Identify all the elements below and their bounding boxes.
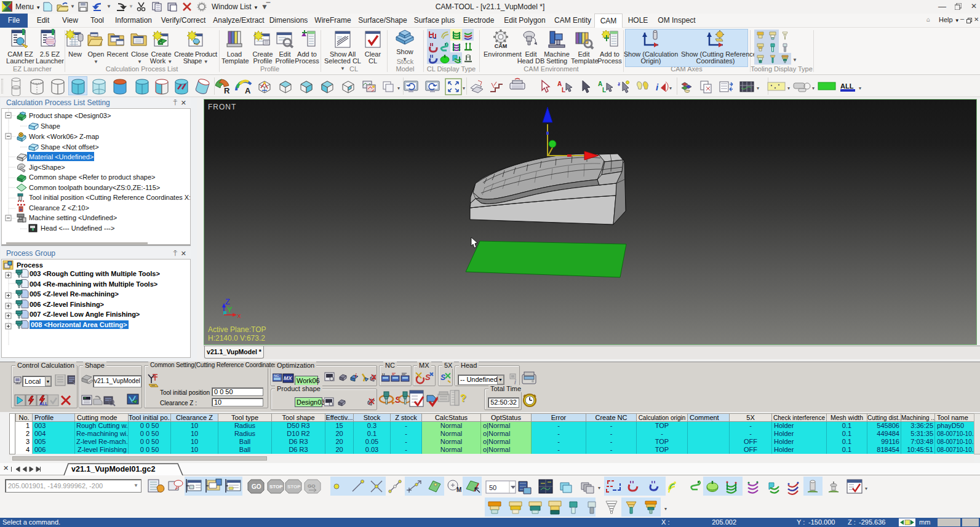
svg-text:▾: ▾	[463, 85, 465, 91]
svg-text:Common shape <Refer to product: Common shape <Refer to product shape>	[29, 173, 155, 181]
svg-text:Tool initial position <Cutting: Tool initial position <Cutting Reference…	[29, 194, 190, 201]
svg-text:▾: ▾	[865, 486, 867, 491]
svg-text:Product shape <Design03>: Product shape <Design03>	[29, 112, 111, 119]
svg-text:STOP: STOP	[269, 484, 283, 489]
svg-text:Y: Y	[227, 305, 233, 314]
svg-text:Head <--- Undefined --->: Head <--- Undefined --->	[41, 224, 114, 232]
svg-text:A: A	[245, 86, 251, 95]
svg-text:▾: ▾	[812, 85, 815, 91]
svg-text:L: L	[562, 87, 565, 93]
svg-text:GO: GO	[308, 483, 315, 489]
svg-text:ALL: ALL	[840, 82, 854, 90]
svg-text:Shape <Not offset>: Shape <Not offset>	[41, 143, 99, 151]
svg-text:S: S	[440, 373, 445, 382]
svg-text:Clearance Z <Z:10>: Clearance Z <Z:10>	[29, 204, 89, 212]
svg-text:ALL: ALL	[39, 402, 48, 406]
svg-text:Jig<Shape>: Jig<Shape>	[29, 164, 65, 171]
svg-text:NC: NC	[274, 374, 279, 378]
svg-text:▾: ▾	[669, 85, 672, 91]
svg-text:S: S	[425, 373, 431, 382]
svg-text:M: M	[456, 486, 461, 493]
svg-text:CAM: CAM	[495, 43, 508, 49]
svg-text:Work <Work06> Z-map: Work <Work06> Z-map	[29, 133, 99, 140]
svg-text:▾: ▾	[787, 85, 790, 91]
svg-text:MX: MX	[284, 375, 292, 381]
svg-text:Material <Undefined>: Material <Undefined>	[29, 153, 94, 160]
svg-text:▾: ▾	[397, 85, 400, 91]
svg-text:STOP: STOP	[287, 484, 301, 489]
svg-text:▾: ▾	[664, 506, 667, 512]
svg-text:GO: GO	[252, 483, 261, 490]
svg-text:U: U	[382, 373, 384, 376]
svg-text:R: R	[224, 86, 230, 95]
svg-text:50: 50	[489, 484, 496, 491]
svg-text:Shape: Shape	[41, 122, 60, 130]
svg-text:Common toolpath boundary<ZS:0,: Common toolpath boundary<ZS:0,ZE:-115>	[29, 184, 160, 191]
svg-text:L: L	[602, 87, 606, 93]
svg-text:Machine setting <Undefined>: Machine setting <Undefined>	[29, 214, 117, 221]
svg-text:▾: ▾	[757, 85, 759, 91]
svg-text:▾: ▾	[859, 85, 861, 91]
svg-text:x: x	[237, 312, 241, 319]
svg-text:▾: ▾	[598, 485, 600, 491]
svg-text:i: i	[656, 82, 659, 92]
